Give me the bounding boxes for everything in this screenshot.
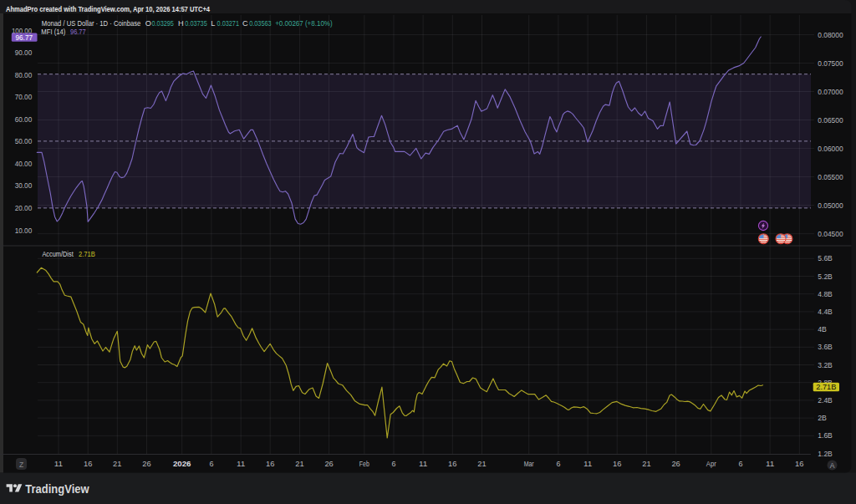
svg-text:3.6B: 3.6B — [818, 343, 833, 351]
svg-text:16: 16 — [266, 460, 274, 468]
svg-text:96.77: 96.77 — [70, 28, 86, 36]
svg-text:2.4B: 2.4B — [818, 396, 833, 405]
svg-text:0.07500: 0.07500 — [818, 59, 843, 68]
svg-text:TradingView: TradingView — [25, 482, 89, 496]
svg-text:26: 26 — [324, 460, 333, 468]
svg-text:6: 6 — [391, 460, 395, 468]
svg-text:11: 11 — [419, 460, 427, 468]
svg-text:2B: 2B — [818, 414, 827, 422]
svg-text:21: 21 — [113, 460, 121, 468]
svg-text:16: 16 — [448, 460, 456, 468]
svg-text:C: C — [242, 19, 248, 28]
svg-text:16: 16 — [84, 460, 92, 468]
svg-text:1.6B: 1.6B — [818, 431, 833, 440]
svg-text:50.00: 50.00 — [15, 137, 33, 145]
svg-text:96.77: 96.77 — [16, 33, 33, 42]
svg-text:21: 21 — [477, 460, 486, 468]
svg-text:O: O — [145, 19, 151, 28]
svg-text:Accum/Dist: Accum/Dist — [42, 250, 74, 258]
svg-text:16: 16 — [613, 460, 621, 468]
svg-text:AhmadPro created with TradingV: AhmadPro created with TradingView.com, A… — [6, 4, 210, 13]
svg-text:0.03563: 0.03563 — [249, 19, 271, 28]
svg-text:21: 21 — [642, 460, 650, 468]
svg-text:0.05500: 0.05500 — [818, 173, 843, 181]
svg-text:60.00: 60.00 — [15, 115, 33, 124]
svg-text:+0.00267 (+8.10%): +0.00267 (+8.10%) — [275, 19, 332, 28]
svg-text:21: 21 — [295, 460, 303, 468]
svg-text:4.4B: 4.4B — [818, 308, 833, 316]
svg-text:6: 6 — [738, 460, 742, 468]
svg-text:11: 11 — [583, 460, 592, 468]
svg-text:30.00: 30.00 — [15, 181, 33, 190]
svg-text:40.00: 40.00 — [15, 160, 33, 168]
svg-text:6: 6 — [209, 460, 213, 468]
svg-text:Apr: Apr — [706, 460, 716, 468]
svg-text:H: H — [178, 19, 184, 28]
svg-text:0.07000: 0.07000 — [818, 88, 843, 96]
svg-text:20.00: 20.00 — [15, 204, 33, 212]
svg-text:1.2B: 1.2B — [818, 450, 833, 458]
svg-text:L: L — [211, 19, 215, 28]
svg-text:3.2B: 3.2B — [818, 361, 833, 369]
svg-text:Feb: Feb — [359, 460, 369, 468]
svg-text:0.06000: 0.06000 — [818, 145, 843, 153]
svg-text:26: 26 — [671, 460, 680, 468]
svg-text:70.00: 70.00 — [15, 93, 33, 101]
svg-text:0.03735: 0.03735 — [185, 19, 206, 28]
svg-text:Mar: Mar — [524, 460, 534, 468]
svg-text:16: 16 — [795, 460, 803, 468]
svg-text:0.06500: 0.06500 — [818, 116, 843, 125]
svg-text:0.08000: 0.08000 — [818, 31, 843, 39]
svg-text:4B: 4B — [818, 325, 827, 333]
svg-text:2.71B: 2.71B — [816, 383, 836, 391]
svg-text:Z: Z — [19, 461, 23, 469]
svg-text:0.05000: 0.05000 — [818, 201, 843, 210]
svg-text:5.2B: 5.2B — [818, 272, 833, 281]
svg-text:10.00: 10.00 — [15, 227, 33, 235]
svg-text:0.03271: 0.03271 — [217, 19, 239, 28]
svg-text:0.04500: 0.04500 — [818, 230, 843, 238]
svg-text:6: 6 — [556, 460, 560, 468]
svg-text:2026: 2026 — [173, 460, 191, 468]
svg-text:MFI (14): MFI (14) — [41, 28, 65, 36]
svg-text:11: 11 — [766, 460, 774, 468]
svg-text:0.03295: 0.03295 — [152, 19, 174, 28]
svg-text:26: 26 — [142, 460, 150, 468]
svg-text:5.6B: 5.6B — [818, 254, 833, 262]
svg-text:90.00: 90.00 — [15, 48, 33, 57]
svg-text:2.71B: 2.71B — [79, 250, 95, 258]
svg-text:11: 11 — [54, 460, 63, 468]
svg-text:11: 11 — [237, 460, 245, 468]
svg-text:4.8B: 4.8B — [818, 290, 833, 298]
svg-text:80.00: 80.00 — [15, 71, 33, 79]
svg-text:A: A — [830, 461, 835, 470]
